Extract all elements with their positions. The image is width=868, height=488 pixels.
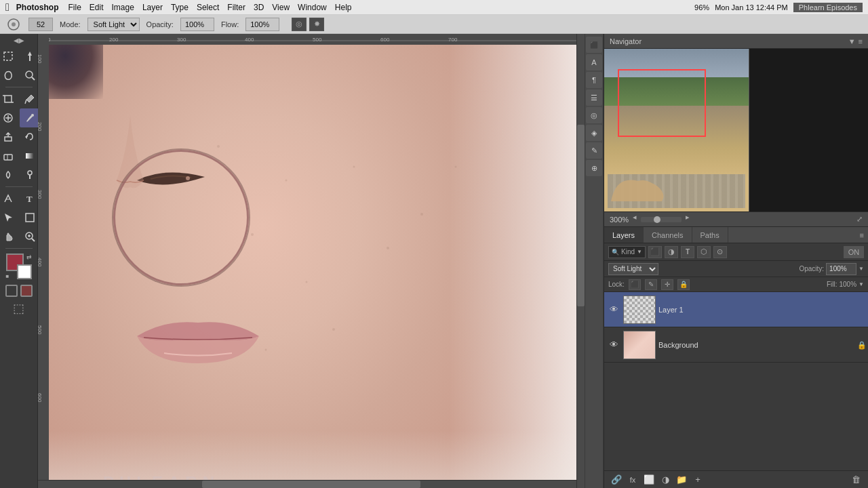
lock-image-icon[interactable]: ✎ xyxy=(645,279,657,290)
svg-marker-23 xyxy=(5,214,12,222)
menu-layer[interactable]: Layer xyxy=(142,3,163,12)
screen-mode-icon[interactable]: ⬚ xyxy=(13,301,24,316)
lasso-tool[interactable] xyxy=(0,66,18,85)
zoom-expand-icon[interactable]: ⤢ xyxy=(856,215,863,224)
dock-icon-7[interactable]: ✎ xyxy=(586,142,602,159)
type-filter-icon[interactable]: T xyxy=(681,246,694,258)
brush-size-display[interactable]: 52 xyxy=(28,18,53,31)
standard-mode-icon[interactable] xyxy=(5,285,18,297)
opacity-dropdown[interactable]: ▼ xyxy=(859,266,864,272)
swap-colors-icon[interactable]: ⇄ xyxy=(26,253,32,260)
svg-text:300: 300 xyxy=(38,190,43,199)
quick-mask-icon[interactable] xyxy=(20,285,33,297)
menu-select[interactable]: Select xyxy=(197,3,219,12)
menu-3d[interactable]: 3D xyxy=(254,3,264,12)
vertical-scrollbar[interactable] xyxy=(576,34,585,488)
path-selection-tool[interactable] xyxy=(0,208,18,227)
opacity-input[interactable]: 100% xyxy=(826,263,856,275)
link-layers-icon[interactable]: 🔗 xyxy=(610,473,623,487)
dock-icon-5[interactable]: ◎ xyxy=(586,107,602,123)
zoom-tool[interactable] xyxy=(20,227,40,246)
gradient-tool[interactable] xyxy=(20,146,40,165)
panel-close[interactable]: ≡ xyxy=(860,227,868,243)
clone-tool[interactable] xyxy=(0,127,18,146)
type-tool[interactable]: T xyxy=(20,189,40,208)
hand-tool[interactable] xyxy=(0,227,18,246)
layer-1-visibility[interactable]: 👁 xyxy=(607,303,620,317)
background-color[interactable] xyxy=(17,264,32,279)
dock-icon-6[interactable]: ◈ xyxy=(586,125,602,141)
nav-left-image xyxy=(604,49,749,211)
lock-all-icon[interactable]: 🔒 xyxy=(677,279,690,290)
menu-help[interactable]: Help xyxy=(335,3,352,12)
dock-icon-8[interactable]: ⊕ xyxy=(586,160,602,176)
flow-value[interactable]: 100% xyxy=(245,18,279,31)
opacity-value[interactable]: 100% xyxy=(180,18,214,31)
pressure-icon[interactable]: ✸ xyxy=(309,18,324,31)
menu-type[interactable]: Type xyxy=(171,3,189,12)
menu-edit[interactable]: Edit xyxy=(90,3,104,12)
dodge-tool[interactable] xyxy=(20,165,40,184)
adjustment-layer-icon[interactable]: ◑ xyxy=(658,473,672,487)
kind-dropdown-icon[interactable]: ▼ xyxy=(637,249,642,255)
svg-text:300: 300 xyxy=(177,37,186,43)
apple-menu[interactable]:  xyxy=(5,1,9,14)
kind-filter-box[interactable]: 🔍 Kind ▼ xyxy=(608,246,646,258)
layer-item-1[interactable]: 👁 Layer 1 xyxy=(604,292,868,327)
shape-filter-icon[interactable]: ⬡ xyxy=(697,246,711,258)
eraser-tool[interactable] xyxy=(0,146,18,165)
menu-image[interactable]: Image xyxy=(112,3,134,12)
blur-tool[interactable] xyxy=(0,165,18,184)
add-mask-icon[interactable]: ⬜ xyxy=(642,473,656,487)
tab-paths[interactable]: Paths xyxy=(692,227,728,243)
quick-select-tool[interactable] xyxy=(20,66,40,85)
svg-text:700: 700 xyxy=(448,37,458,43)
menu-window[interactable]: Window xyxy=(298,3,327,12)
fill-input[interactable]: 100% xyxy=(840,281,857,288)
dock-icon-2[interactable]: A xyxy=(586,54,602,70)
navigator-collapse[interactable]: ▼ xyxy=(848,37,856,45)
adjustment-filter-icon[interactable]: ◑ xyxy=(665,246,678,258)
lock-position-icon[interactable]: ✛ xyxy=(661,279,673,290)
dock-icon-1[interactable]: ⬛ xyxy=(586,37,602,53)
new-group-icon[interactable]: 📁 xyxy=(675,473,688,487)
mode-select[interactable]: Normal Multiply Soft Light Overlay xyxy=(87,18,140,31)
zoom-out-icon[interactable]: ◂ xyxy=(633,213,637,226)
dock-icon-4[interactable]: ☰ xyxy=(586,89,602,106)
dock-icon-3[interactable]: ¶ xyxy=(586,72,602,88)
pixel-filter-icon[interactable]: ⬛ xyxy=(648,246,662,258)
zoom-in-icon[interactable]: ▸ xyxy=(686,213,690,226)
smart-filter-icon[interactable]: ⊙ xyxy=(713,246,727,258)
filter-toggle[interactable]: ON xyxy=(844,246,864,258)
phlearn-label[interactable]: Phlearn Episodes xyxy=(793,3,863,12)
brush-tool[interactable] xyxy=(20,108,40,127)
menu-filter[interactable]: Filter xyxy=(227,3,245,12)
shape-tool[interactable] xyxy=(20,208,40,227)
crop-tool[interactable] xyxy=(0,89,18,108)
history-brush-tool[interactable] xyxy=(20,127,40,146)
tab-layers[interactable]: Layers xyxy=(604,227,644,243)
pen-tool[interactable] xyxy=(0,189,18,208)
navigator-menu[interactable]: ≡ xyxy=(859,37,863,45)
menu-file[interactable]: File xyxy=(68,3,81,12)
background-visibility[interactable]: 👁 xyxy=(607,338,620,352)
tab-channels[interactable]: Channels xyxy=(644,227,692,243)
move-tool[interactable] xyxy=(20,47,40,66)
svg-point-51 xyxy=(306,281,308,283)
healing-tool[interactable] xyxy=(0,108,18,127)
toolbar-collapse[interactable]: ◀▶ xyxy=(14,37,24,44)
add-style-icon[interactable]: fx xyxy=(626,473,639,487)
fill-dropdown[interactable]: ▼ xyxy=(859,281,864,287)
menu-view[interactable]: View xyxy=(272,3,290,12)
layer-item-background[interactable]: 👁 Background 🔒 xyxy=(604,327,868,363)
brush-cursor xyxy=(113,150,249,285)
eyedropper-tool[interactable] xyxy=(20,89,40,108)
horizontal-scrollbar[interactable] xyxy=(38,480,585,488)
delete-layer-icon[interactable]: 🗑 xyxy=(849,473,863,487)
reset-colors-icon[interactable]: ■ xyxy=(6,273,9,279)
new-layer-icon[interactable]: + xyxy=(691,473,705,487)
blend-mode-select[interactable]: Normal Multiply Soft Light Overlay Scree… xyxy=(608,263,658,275)
lock-pixels-icon[interactable]: ⬛ xyxy=(629,279,641,290)
marquee-tool[interactable] xyxy=(0,47,18,66)
airbrush-icon[interactable]: ◎ xyxy=(292,18,307,31)
